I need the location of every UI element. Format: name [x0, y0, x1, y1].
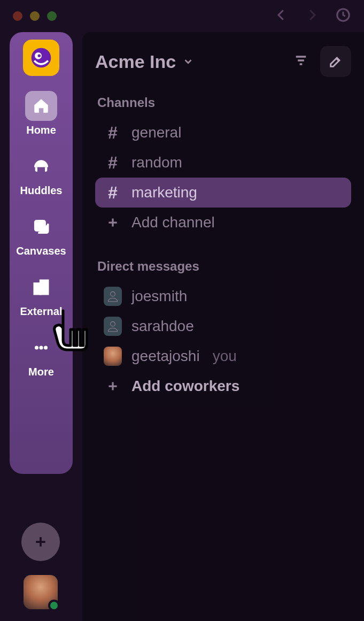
- rail-item-more[interactable]: More: [25, 333, 57, 378]
- history-icon[interactable]: [335, 7, 351, 25]
- rail-item-label: External: [20, 305, 63, 318]
- dm-name: sarahdoe: [131, 318, 194, 335]
- dm-name: geetajoshi: [131, 348, 200, 365]
- user-avatar-button[interactable]: [24, 575, 58, 609]
- workspace-logo[interactable]: [23, 40, 59, 76]
- hash-icon: #: [108, 154, 118, 171]
- avatar-icon: [104, 317, 122, 336]
- nav-rail: Home Huddles Canvases External More: [10, 32, 73, 474]
- svg-point-8: [40, 346, 43, 349]
- svg-point-11: [111, 321, 115, 326]
- workspace-name: Acme Inc: [95, 51, 176, 72]
- section-header-channels[interactable]: Channels: [97, 95, 351, 110]
- presence-active-icon: [48, 600, 60, 611]
- history-controls: [273, 7, 351, 25]
- filter-icon[interactable]: [293, 53, 308, 70]
- minimize-window-icon[interactable]: [30, 11, 40, 21]
- workspace-switcher[interactable]: Acme Inc: [95, 51, 194, 72]
- close-window-icon[interactable]: [13, 11, 22, 21]
- svg-point-9: [44, 346, 48, 349]
- rail-item-label: Canvases: [16, 245, 66, 257]
- dm-name: joesmith: [131, 288, 187, 305]
- rail-item-external[interactable]: External: [20, 272, 63, 318]
- hash-icon: #: [108, 184, 118, 201]
- rail-item-label: Huddles: [20, 185, 63, 197]
- sidebar-panel: Acme Inc Channels # general #: [82, 32, 364, 621]
- rail-item-label: Home: [26, 124, 56, 136]
- dm-item[interactable]: sarahdoe: [95, 311, 351, 341]
- compose-button[interactable]: [320, 46, 351, 77]
- rail-item-huddles[interactable]: Huddles: [20, 151, 63, 197]
- back-icon[interactable]: [273, 7, 289, 25]
- you-badge: you: [213, 348, 237, 365]
- channel-item[interactable]: # random: [95, 148, 351, 178]
- plus-icon: [106, 379, 120, 393]
- zoom-window-icon[interactable]: [47, 11, 57, 21]
- window-titlebar: [0, 0, 364, 32]
- rail-item-home[interactable]: Home: [25, 91, 57, 136]
- rail-item-label: More: [28, 366, 54, 378]
- add-coworkers-label: Add coworkers: [131, 378, 239, 395]
- traffic-lights: [13, 11, 57, 21]
- channel-name: general: [131, 124, 181, 141]
- rail-item-canvases[interactable]: Canvases: [16, 212, 66, 257]
- channel-name: random: [131, 154, 182, 171]
- channel-item[interactable]: # general: [95, 118, 351, 148]
- section-header-dms[interactable]: Direct messages: [97, 259, 351, 274]
- avatar-icon: [104, 287, 122, 306]
- plus-icon: [106, 216, 120, 229]
- dm-item[interactable]: geetajoshi you: [95, 341, 351, 371]
- create-new-button[interactable]: [21, 523, 60, 561]
- chevron-down-icon: [182, 56, 194, 67]
- channel-name: marketing: [131, 184, 197, 201]
- add-channel-label: Add channel: [131, 214, 215, 231]
- forward-icon[interactable]: [304, 7, 320, 25]
- hash-icon: #: [108, 124, 118, 141]
- add-coworkers-button[interactable]: Add coworkers: [95, 371, 351, 401]
- add-channel-button[interactable]: Add channel: [95, 208, 351, 237]
- svg-point-7: [35, 346, 38, 349]
- svg-point-10: [111, 292, 115, 296]
- avatar-icon: [104, 347, 122, 366]
- channel-item[interactable]: # marketing: [95, 178, 351, 208]
- dm-item[interactable]: joesmith: [95, 281, 351, 311]
- svg-point-3: [38, 55, 41, 58]
